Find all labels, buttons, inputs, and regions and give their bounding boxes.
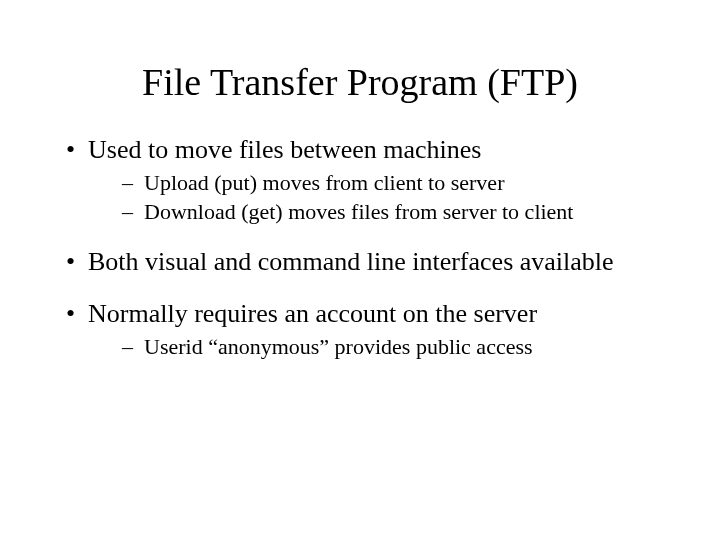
sub-bullet-list: Userid “anonymous” provides public acces… <box>88 333 660 361</box>
bullet-text: Normally requires an account on the serv… <box>88 299 537 328</box>
slide-title: File Transfer Program (FTP) <box>60 60 660 104</box>
sub-bullet-item: Upload (put) moves from client to server <box>88 169 660 197</box>
sub-bullet-item: Download (get) moves files from server t… <box>88 198 660 226</box>
slide: File Transfer Program (FTP) Used to move… <box>0 0 720 540</box>
sub-bullet-item: Userid “anonymous” provides public acces… <box>88 333 660 361</box>
bullet-list: Used to move files between machines Uplo… <box>60 134 660 360</box>
bullet-text: Both visual and command line interfaces … <box>88 247 614 276</box>
bullet-item: Used to move files between machines Uplo… <box>60 134 660 226</box>
bullet-text: Used to move files between machines <box>88 135 482 164</box>
sub-bullet-list: Upload (put) moves from client to server… <box>88 169 660 226</box>
bullet-item: Normally requires an account on the serv… <box>60 298 660 360</box>
bullet-item: Both visual and command line interfaces … <box>60 246 660 279</box>
